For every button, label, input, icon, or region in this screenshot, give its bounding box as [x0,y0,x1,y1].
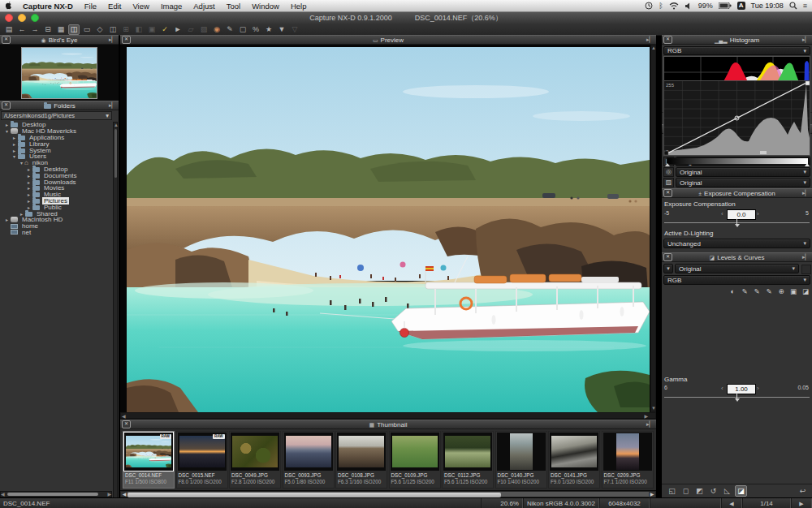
volume-icon[interactable] [685,2,693,10]
histogram-channel-dropdown[interactable]: RGB▾ [663,46,810,55]
disclosure-icon[interactable]: ▸ [26,198,32,204]
tree-item-home[interactable]: home [1,223,111,230]
previous-image-button[interactable]: ◀ [721,498,742,508]
thumbnail-dsc-0109-jpg[interactable]: DSC_0109.JPG F5.6 1/125 ISO200 [389,431,441,489]
close-icon[interactable]: ✕ [122,36,131,44]
thumbnail-hscrollbar[interactable]: ◀ ▶ [120,491,656,497]
levels-preset-dropdown[interactable]: Original▾ [675,264,799,273]
disclosure-icon[interactable]: ▸ [26,192,32,197]
menu-image[interactable]: Image [155,2,188,11]
disclosure-icon[interactable]: ▸ [11,148,17,153]
increment-icon[interactable]: › [757,209,759,218]
thumbnail-dsc-0141-jpg[interactable]: DSC_0141.JPG F9.0 1/320 ISO200 [548,431,600,489]
disclosure-icon[interactable]: ▸ [26,166,32,172]
levels-save-button[interactable] [801,265,811,274]
picture-control-icon[interactable]: ◎ [663,167,674,177]
disclosure-icon[interactable]: ▸ [11,135,17,140]
decrement-icon[interactable]: ‹ [721,384,723,393]
monitor-button[interactable]: ▢ [237,24,248,35]
filter-off-button[interactable]: ▽ [289,24,300,35]
thumbnail-view-button[interactable]: ▦ [55,24,67,35]
before-after-button[interactable]: ◧ [133,24,145,35]
panel-menu-icon[interactable]: ▸▏ [644,421,656,428]
close-icon[interactable]: ✕ [122,420,131,428]
panel-menu-icon[interactable]: ▸▏ [106,102,119,109]
fullscreen-button[interactable]: ◇ [94,24,106,35]
export-lut-icon[interactable]: ▣ [788,286,798,295]
tree-item-library[interactable]: ▸ Library [1,140,111,147]
levels-channel-dropdown[interactable]: RGB▾ [663,275,810,285]
exposure-slider-handle[interactable] [736,218,737,224]
edit-row-4-dropdown[interactable]: Original▾ [676,178,810,187]
wifi-icon[interactable] [669,2,679,10]
tree-item-macintosh-hd[interactable]: ▸ Macintosh HD [1,217,111,223]
print-button[interactable]: ▤ [3,24,15,35]
crop-tool-button[interactable]: ▱ [185,24,197,35]
thumbnail-dsc-0140-jpg[interactable]: DSC_0140.JPG F10 1/400 ISO200 [495,431,547,489]
disclosure-icon[interactable]: ▾ [11,153,17,159]
midpoint-eyedropper-icon[interactable]: ✎ [752,286,762,295]
menu-file[interactable]: File [79,2,102,11]
filter-button[interactable]: ▼ [276,24,287,35]
label-rating-button[interactable]: ✓ [159,24,171,35]
gamma-value-box[interactable]: 1.00 [727,384,756,394]
levels-gradient-bar[interactable] [667,157,809,165]
softproof-button[interactable]: % [250,24,261,35]
increment-icon[interactable]: › [757,384,759,393]
scroll-right-icon[interactable]: ▶ [649,492,655,497]
preview-hscrollbar[interactable]: ◀▶ [120,412,656,419]
convert-button[interactable]: ◱ [666,485,678,497]
battery-icon[interactable] [719,2,732,9]
disclosure-icon[interactable]: ▸ [26,185,32,191]
image-view-button[interactable]: ▭ [81,24,93,35]
select-tool-button[interactable]: ► [172,24,184,35]
spotlight-icon[interactable] [789,2,797,10]
noise-reduction-icon[interactable]: ▨ [663,178,674,187]
white-point-eyedropper-icon[interactable]: ✎ [764,286,774,295]
panel-menu-icon[interactable]: ▸▏ [106,37,119,43]
zoom-tool-button[interactable]: ◉ [211,24,222,35]
preview-image[interactable] [127,47,650,412]
panel-menu-icon[interactable]: ▸▏ [800,254,812,260]
menu-help[interactable]: Help [285,2,313,11]
scroll-up-icon[interactable]: ▲ [114,123,117,128]
open-folder-button[interactable]: ⊟ [42,24,54,35]
rotate-left-button[interactable]: ↺ [707,485,719,497]
straighten-button[interactable]: ◺ [721,485,733,497]
close-icon[interactable]: ✕ [2,101,11,110]
close-icon[interactable]: ✕ [2,36,11,44]
black-point-eyedropper-icon[interactable]: ✎ [740,286,749,295]
star-button[interactable]: ★ [263,24,274,35]
folder-path-dropdown[interactable]: /Users/nikonsd1g/Pictures▾ [1,111,112,120]
exposure-value-box[interactable]: 0.0 [727,209,756,220]
birdseye-viewport[interactable] [0,45,119,101]
image-thumbnail-view-button[interactable]: ◫ [68,24,80,35]
back-button[interactable]: ← [16,24,28,35]
panel-menu-icon[interactable]: ▸▏ [644,37,656,43]
menu-view[interactable]: View [127,2,154,11]
decrement-icon[interactable]: ‹ [721,209,723,218]
scroll-left-icon[interactable]: ◀ [121,492,127,497]
disclosure-icon[interactable]: ▸ [26,179,32,185]
left-hscrollbar[interactable]: ◀ ▶ [0,491,112,497]
menu-capture-nx-d[interactable]: Capture NX-D [17,2,79,11]
tree-item-users[interactable]: ▾ Users [1,153,111,160]
levels-preset-menu-icon[interactable]: ▾ [663,264,673,273]
disclosure-icon[interactable]: ▸ [11,141,17,147]
disclosure-icon[interactable]: ▸ [4,122,10,127]
folders-vscrollbar[interactable]: ▲ ▼ [113,122,118,508]
window-title-bar[interactable]: Capture NX-D 0.9.1.2000DSC_0014.NEF（20.6… [0,12,812,24]
disclosure-icon[interactable]: ▸ [26,173,32,179]
bluetooth-icon[interactable]: ᛒ [659,2,663,10]
next-image-button[interactable]: ▶ [791,498,812,508]
levels-button[interactable]: ◩ [693,485,706,497]
input-source-icon[interactable]: A [737,2,745,10]
revert-button[interactable]: ↩ [797,485,809,497]
preview-canvas[interactable]: ▲▼ ◀▶ [120,45,656,419]
disclosure-icon[interactable]: ▾ [19,160,24,166]
edit-tool-button[interactable]: ✎ [224,24,235,35]
forward-button[interactable]: → [29,24,41,35]
menu-clock[interactable]: Tue 19:08 [751,2,784,10]
black-point-handle[interactable] [665,163,670,166]
menu-adjust[interactable]: Adjust [188,2,220,11]
